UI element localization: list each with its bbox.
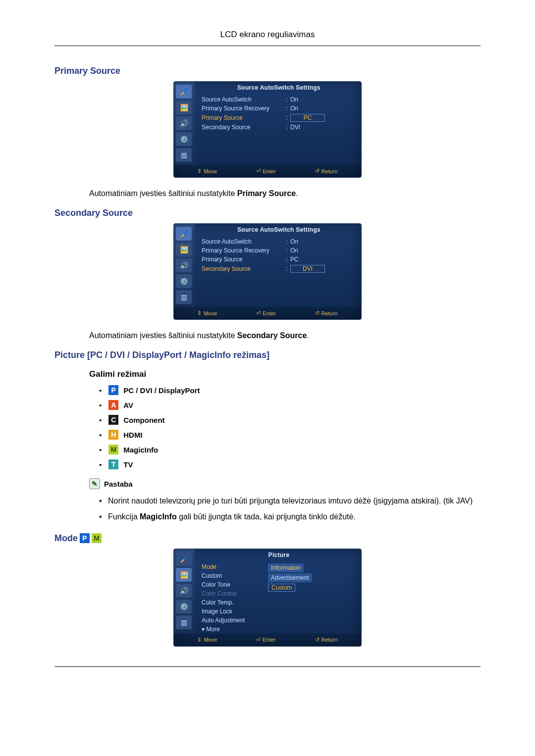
osd-hint-return: ↺ Return — [315, 168, 338, 174]
osd-tab-sound-icon[interactable]: 🔊 — [176, 116, 192, 130]
osd-secondary-source: 🖌️ 🖼️ 🔊 ⚙️ ▥ Source AutoSwitch Settings … — [173, 223, 362, 320]
mode-label: MagicInfo — [123, 446, 158, 454]
osd-hint-return: ↺ Return — [315, 310, 338, 316]
osd-menu-item[interactable]: ▾ More — [202, 625, 261, 634]
mode-badge-icon: C — [108, 415, 118, 425]
osd-setting-label: Primary Source — [202, 114, 283, 121]
mode-badge-icon: T — [108, 459, 118, 469]
mode-list-item: C Component — [99, 415, 481, 425]
note-item: Norint naudoti televizorių prie jo turi … — [99, 495, 481, 506]
badge-p-icon: P — [80, 533, 90, 543]
note-item: Funkcija MagicInfo gali būti įjungta tik… — [99, 511, 481, 522]
osd-tab-picture-icon[interactable]: 🖼️ — [176, 243, 192, 256]
osd-tab-input-icon[interactable]: 🖌️ — [176, 552, 192, 566]
mode-label: HDMI — [123, 431, 142, 439]
osd-footer: ⇕ Move ⏎ Enter ↺ Return — [174, 165, 361, 177]
osd-tab-sound-icon[interactable]: 🔊 — [176, 258, 192, 272]
osd-option-item[interactable]: Advertisement — [268, 573, 312, 582]
osd-hint-move: ⇕ Move — [197, 310, 217, 316]
note-heading: ✎ Pastaba — [89, 478, 481, 489]
osd-side-tabs: 🖌️ 🖼️ 🔊 ⚙️ ▥ — [174, 549, 195, 634]
osd-menu-item[interactable]: Auto Adjustment — [202, 616, 261, 625]
heading-galimi-rezimai: Galimi režimai — [89, 369, 481, 379]
badge-m-icon: M — [92, 533, 102, 543]
osd-tab-input-icon[interactable]: 🖌️ — [176, 227, 192, 241]
osd-title: Source AutoSwitch Settings — [202, 224, 356, 237]
mode-list-item: A AV — [99, 400, 481, 410]
osd-setting-value: PC — [290, 114, 356, 122]
osd-footer: ⇕ Move ⏎ Enter ↺ Return — [174, 634, 361, 646]
osd-setting-row[interactable]: Source AutoSwitch:On — [202, 95, 356, 104]
osd-setting-value: PC — [290, 256, 356, 263]
mode-label: Component — [123, 416, 164, 424]
osd-setting-row[interactable]: Source AutoSwitch:On — [202, 237, 356, 246]
secondary-caption: Automatiniam įvesties šaltiniui nustatyk… — [89, 330, 481, 341]
osd-tab-picture-icon[interactable]: 🖼️ — [176, 568, 192, 582]
osd-setting-label: Primary Source — [202, 256, 283, 263]
osd-setting-row[interactable]: Secondary Source:DVI — [202, 123, 356, 132]
osd-tab-input-icon[interactable]: 🖌️ — [176, 85, 192, 99]
osd-setting-row[interactable]: Primary Source:PC — [202, 255, 356, 264]
osd-tab-setup-icon[interactable]: ⚙️ — [176, 600, 192, 613]
osd-setting-label: Source AutoSwitch — [202, 238, 283, 245]
osd-tab-multi-icon[interactable]: ▥ — [176, 615, 192, 629]
osd-setting-row[interactable]: Secondary Source:DVI — [202, 264, 356, 274]
mode-badge-icon: P — [108, 385, 118, 395]
osd-hint-enter: ⏎ Enter — [256, 637, 275, 643]
osd-hint-enter: ⏎ Enter — [256, 310, 275, 316]
mode-list-item: H HDMI — [99, 430, 481, 440]
osd-setting-label: Source AutoSwitch — [202, 96, 283, 103]
mode-badge-icon: M — [108, 445, 118, 454]
osd-title: Source AutoSwitch Settings — [202, 82, 356, 95]
osd-side-tabs: 🖌️ 🖼️ 🔊 ⚙️ ▥ — [174, 224, 195, 307]
mode-list-item: M MagicInfo — [99, 445, 481, 454]
page-header: LCD ekrano reguliavimas — [54, 30, 481, 46]
mode-badge-icon: A — [108, 400, 118, 410]
osd-title: Picture — [202, 549, 356, 562]
mode-badge-icon: H — [108, 430, 118, 440]
osd-menu-item[interactable]: Color Temp. — [202, 598, 261, 607]
osd-primary-source: 🖌️ 🖼️ 🔊 ⚙️ ▥ Source AutoSwitch Settings … — [173, 81, 362, 178]
osd-hint-enter: ⏎ Enter — [256, 168, 275, 174]
mode-label: AV — [123, 401, 133, 409]
osd-setting-row[interactable]: Primary Source Recovery:On — [202, 246, 356, 255]
osd-tab-picture-icon[interactable]: 🖼️ — [176, 101, 192, 114]
osd-option-item[interactable]: Custom — [268, 583, 356, 592]
mode-list-item: P PC / DVI / DisplayPort — [99, 385, 481, 395]
osd-tab-multi-icon[interactable]: ▥ — [176, 148, 192, 162]
osd-menu-item[interactable]: Mode — [202, 562, 261, 571]
osd-menu-item[interactable]: Custom — [202, 571, 261, 580]
osd-setting-value: DVI — [290, 124, 356, 131]
heading-secondary-source: Secondary Source — [54, 208, 481, 218]
heading-mode: Mode P M — [54, 533, 481, 544]
osd-mode: 🖌️ 🖼️ 🔊 ⚙️ ▥ Picture ModeCustomColor Ton… — [173, 549, 362, 647]
osd-setting-label: Secondary Source — [202, 124, 283, 131]
osd-setting-value: On — [290, 96, 356, 103]
osd-tab-setup-icon[interactable]: ⚙️ — [176, 132, 192, 146]
osd-setting-label: Primary Source Recovery — [202, 247, 283, 254]
notes-list: Norint naudoti televizorių prie jo turi … — [99, 495, 481, 522]
osd-menu-item[interactable]: Color Control — [202, 589, 261, 598]
osd-setting-value: DVI — [290, 265, 356, 273]
osd-setting-value: On — [290, 238, 356, 245]
osd-hint-move: ⇕ Move — [197, 168, 217, 174]
osd-tab-multi-icon[interactable]: ▥ — [176, 290, 192, 304]
osd-setting-value: On — [290, 247, 356, 254]
heading-primary-source: Primary Source — [54, 66, 481, 76]
osd-tab-sound-icon[interactable]: 🔊 — [176, 584, 192, 598]
osd-hint-return: ↺ Return — [315, 637, 338, 643]
osd-menu-item[interactable]: Image Lock — [202, 607, 261, 616]
mode-list-item: T TV — [99, 459, 481, 469]
heading-picture: Picture [PC / DVI / DisplayPort / MagicI… — [54, 350, 481, 360]
osd-footer: ⇕ Move ⏎ Enter ↺ Return — [174, 307, 361, 319]
mode-label: TV — [123, 460, 133, 469]
osd-tab-setup-icon[interactable]: ⚙️ — [176, 274, 192, 288]
osd-setting-row[interactable]: Primary Source:PC — [202, 113, 356, 123]
osd-setting-label: Secondary Source — [202, 265, 283, 272]
osd-setting-row[interactable]: Primary Source Recovery:On — [202, 104, 356, 113]
osd-option-item[interactable]: Information — [268, 563, 304, 572]
osd-menu-item[interactable]: Color Tone — [202, 580, 261, 589]
footer-rule — [54, 666, 481, 667]
note-icon: ✎ — [89, 478, 100, 489]
osd-hint-move: ⇕ Move — [197, 637, 217, 643]
